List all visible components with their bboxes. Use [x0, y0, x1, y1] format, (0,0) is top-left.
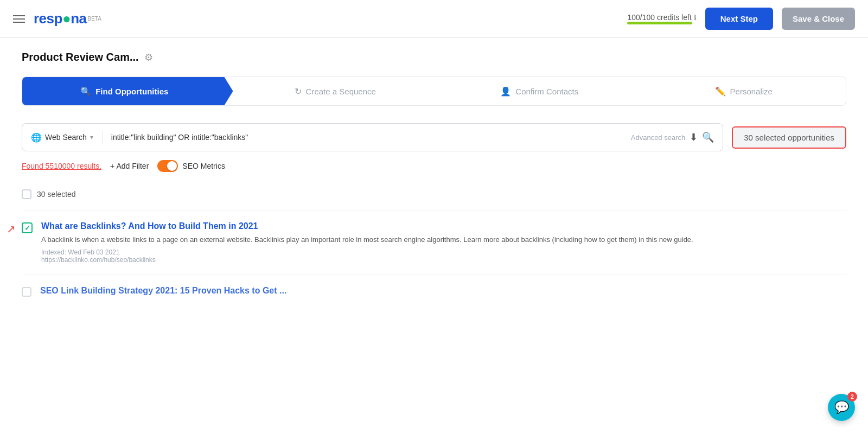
add-filter-button[interactable]: + Add Filter	[110, 162, 149, 170]
advanced-search-text[interactable]: Advanced search	[631, 133, 685, 142]
credits-text: 100/100 credits left	[627, 13, 691, 22]
chevron-down-icon: ▾	[90, 133, 93, 141]
logo-text: resp●na	[34, 10, 86, 27]
result-1-description: A backlink is when a website links to a …	[41, 234, 846, 245]
filter-row: Found 5510000 results. + Add Filter SEO …	[22, 160, 846, 172]
gear-icon[interactable]: ⚙	[144, 52, 153, 63]
arrow-icon: ↗	[7, 222, 16, 235]
credits-bar	[627, 22, 692, 24]
info-icon[interactable]: ℹ	[694, 14, 697, 22]
search-submit-button[interactable]: 🔍	[702, 131, 714, 143]
result-1-meta: Indexed: Wed Feb 03 2021 https://backlin…	[41, 248, 846, 264]
header-left: resp●na BETA	[13, 10, 101, 27]
search-type-selector[interactable]: 🌐 Web Search ▾	[31, 132, 93, 143]
search-icon: 🔍	[80, 86, 91, 97]
logo-beta: BETA	[87, 16, 101, 22]
step-nav: 🔍 Find Opportunities ↻ Create a Sequence…	[22, 76, 846, 106]
seo-metrics-toggle-row: SEO Metrics	[157, 160, 225, 172]
step-personalize[interactable]: ✏️ Personalize	[642, 77, 846, 105]
result-2-title[interactable]: SEO Link Building Strategy 2021: 15 Prov…	[40, 286, 846, 296]
step-personalize-label: Personalize	[730, 87, 773, 96]
select-all-label: 30 selected	[37, 190, 76, 199]
result-checkbox-area: ↗	[22, 222, 33, 233]
credits-fill	[627, 22, 692, 24]
select-all-checkbox[interactable]	[22, 189, 31, 199]
selected-opportunities-button[interactable]: 30 selected opportunities	[732, 126, 846, 149]
logo: resp●na BETA	[34, 10, 101, 27]
step-confirm-contacts[interactable]: 👤 Confirm Contacts	[437, 77, 642, 105]
step-contacts-label: Confirm Contacts	[515, 87, 578, 96]
next-step-button[interactable]: Next Step	[705, 8, 773, 30]
search-box: 🌐 Web Search ▾ Advanced search ⬇ 🔍	[22, 123, 723, 151]
result-1-content: What are Backlinks? And How to Build The…	[41, 221, 846, 264]
result-1-indexed: Indexed: Wed Feb 03 2021	[41, 248, 846, 256]
select-all-row: 30 selected	[22, 189, 846, 199]
save-close-button[interactable]: Save & Close	[782, 8, 855, 30]
credits-section: 100/100 credits left ℹ	[627, 13, 696, 24]
download-button[interactable]: ⬇	[690, 131, 698, 143]
step-create-sequence[interactable]: ↻ Create a Sequence	[233, 77, 438, 105]
header: resp●na BETA 100/100 credits left ℹ Next…	[0, 0, 868, 38]
seo-metrics-label: SEO Metrics	[182, 162, 225, 170]
table-row: SEO Link Building Strategy 2021: 15 Prov…	[22, 275, 846, 310]
contacts-icon: 👤	[500, 86, 511, 97]
globe-icon: 🌐	[31, 132, 42, 143]
campaign-title-row: Product Review Cam... ⚙	[22, 51, 846, 63]
search-input[interactable]	[111, 133, 627, 142]
result-1-title[interactable]: What are Backlinks? And How to Build The…	[41, 221, 846, 231]
result-2-checkbox[interactable]	[22, 287, 31, 297]
personalize-icon: ✏️	[715, 86, 726, 97]
table-row: ↗ What are Backlinks? And How to Build T…	[22, 210, 846, 275]
step-find-label: Find Opportunities	[95, 87, 168, 96]
seo-metrics-toggle[interactable]	[157, 160, 178, 172]
search-row: 🌐 Web Search ▾ Advanced search ⬇ 🔍 30 se…	[22, 123, 846, 151]
header-right: 100/100 credits left ℹ Next Step Save & …	[627, 8, 855, 30]
result-1-checkbox[interactable]	[22, 222, 33, 233]
result-2-content: SEO Link Building Strategy 2021: 15 Prov…	[40, 286, 846, 299]
sequence-icon: ↻	[295, 86, 302, 97]
step-find-opportunities[interactable]: 🔍 Find Opportunities	[22, 77, 233, 105]
search-type-label: Web Search	[45, 133, 87, 142]
search-divider	[102, 131, 103, 144]
found-results-text: Found 5510000 results.	[22, 162, 101, 170]
campaign-title: Product Review Cam...	[22, 51, 139, 63]
step-sequence-label: Create a Sequence	[306, 87, 376, 96]
main-content: Product Review Cam... ⚙ 🔍 Find Opportuni…	[0, 38, 868, 323]
toggle-thumb	[167, 161, 177, 171]
result-2-checkbox-area	[22, 287, 31, 297]
result-1-url[interactable]: https://backlinko.com/hub/seo/backlinks	[41, 256, 846, 264]
hamburger-menu[interactable]	[13, 15, 25, 23]
